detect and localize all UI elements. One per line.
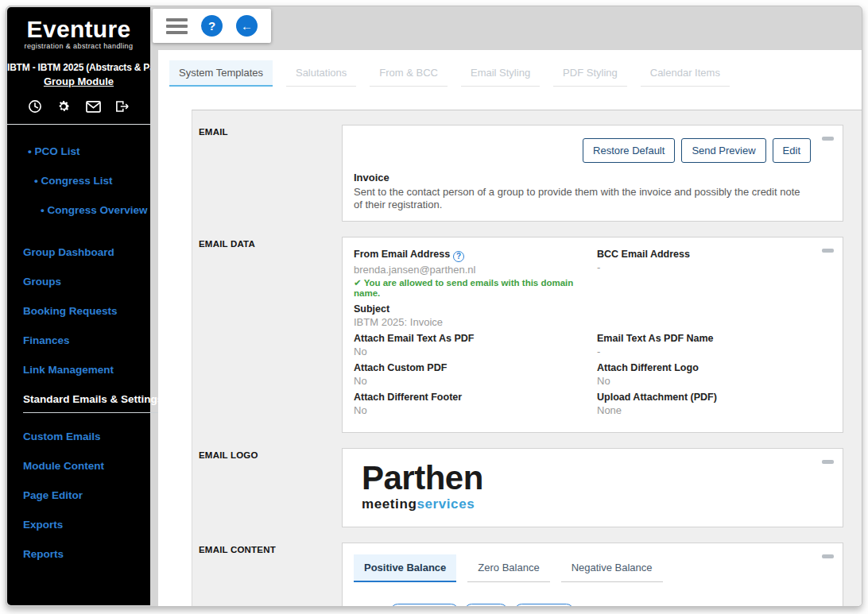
email-template-description: Sent to the contact person of a group to…	[354, 186, 811, 211]
tab-negative-balance[interactable]: Negative Balance	[561, 554, 663, 582]
sidebar-item-label: Congress Overview	[47, 204, 147, 216]
history-icon[interactable]	[28, 99, 42, 114]
sidebar-item-label: Standard Emails & Settings	[23, 393, 163, 413]
email-data-section-label: EMAIL DATA	[192, 237, 342, 249]
tab-zero-balance[interactable]: Zero Balance	[467, 554, 549, 582]
collapse-card-icon[interactable]	[822, 554, 834, 558]
sidebar-item-label: Group Dashboard	[23, 246, 114, 258]
app-logo-title: Eventure	[7, 17, 150, 41]
sidebar-item-pco-list[interactable]: PCO List	[7, 137, 150, 166]
tab-system-templates[interactable]: System Templates	[169, 60, 273, 87]
from-email-label: From Email Address?	[354, 249, 597, 262]
app-logo: Eventure registration & abstract handlin…	[7, 7, 150, 50]
email-logo-card: Parthen meetingservices	[342, 448, 843, 527]
email-content-section-row: EMAIL CONTENT Positive Balance Zero Bala…	[192, 543, 862, 606]
screen: Eventure registration & abstract handlin…	[0, 0, 868, 614]
upload-attachment-field: Upload Attachment (PDF) None	[597, 392, 831, 416]
email-data-card: From Email Address? brenda.jansen@parthe…	[342, 237, 843, 433]
attach-email-text-value: No	[354, 346, 597, 357]
subject-value: IBTM 2025: Invoice	[354, 317, 597, 328]
attach-different-footer-value: No	[354, 405, 597, 416]
bcc-email-label: BCC Email Address	[597, 249, 831, 260]
sidebar-item-label: Page Editor	[23, 489, 83, 501]
main-panel: System Templates Salutations From & BCC …	[158, 50, 862, 606]
bcc-email-field: BCC Email Address -	[597, 249, 831, 299]
collapse-card-icon[interactable]	[822, 249, 834, 253]
tab-from-bcc[interactable]: From & BCC	[370, 60, 448, 87]
attach-different-footer-field: Attach Different Footer No	[354, 392, 597, 416]
attach-custom-pdf-field: Attach Custom PDF No	[354, 362, 597, 387]
email-logo-section-label: EMAIL LOGO	[192, 448, 342, 460]
sidebar-item-group-dashboard[interactable]: Group Dashboard	[7, 237, 150, 267]
sidebar-item-congress-list[interactable]: Congress List	[7, 166, 150, 195]
subject-label: Subject	[354, 303, 597, 315]
email-data-fields: From Email Address? brenda.jansen@parthe…	[354, 249, 831, 421]
email-content-card: Positive Balance Zero Balance Negative B…	[342, 543, 843, 606]
sidebar-item-page-editor[interactable]: Page Editor	[7, 481, 150, 510]
restore-default-button[interactable]: Restore Default	[583, 138, 675, 163]
email-card: Restore Default Send Preview Edit Invoic…	[342, 125, 843, 222]
tab-salutations[interactable]: Salutations	[286, 60, 356, 87]
tab-bar: System Templates Salutations From & BCC …	[158, 50, 862, 87]
logo-word-services: services	[417, 496, 475, 512]
tab-calendar-items[interactable]: Calendar Items	[641, 60, 730, 87]
attach-different-logo-field: Attach Different Logo No	[597, 362, 831, 387]
send-preview-button[interactable]: Send Preview	[681, 138, 765, 163]
sidebar-item-label: Congress List	[41, 175, 112, 187]
check-icon: ✔	[354, 278, 362, 288]
email-text-pdf-name-field: Email Text As PDF Name -	[597, 333, 831, 357]
field-label-text: From Email Address	[354, 249, 450, 260]
sidebar-item-custom-emails[interactable]: Custom Emails	[7, 422, 150, 451]
from-email-help-icon[interactable]: ?	[453, 251, 464, 262]
collapse-card-icon[interactable]	[822, 460, 834, 464]
sidebar-item-module-content[interactable]: Module Content	[7, 451, 150, 481]
help-icon: ?	[208, 19, 215, 33]
logo-word-meeting: meeting	[362, 496, 417, 512]
sidebar-item-booking-requests[interactable]: Booking Requests	[7, 296, 150, 326]
sidebar-item-label: Finances	[23, 334, 70, 346]
domain-allowed-text: You are allowed to send emails with this…	[354, 278, 573, 298]
email-card-actions: Restore Default Send Preview Edit	[354, 138, 831, 163]
sidebar-item-groups[interactable]: Groups	[7, 267, 150, 296]
menu-hamburger-icon[interactable]	[166, 15, 188, 37]
tab-pdf-styling[interactable]: PDF Styling	[553, 60, 627, 87]
sidebar-item-reports[interactable]: Reports	[7, 539, 150, 569]
sidebar-item-exports[interactable]: Exports	[7, 510, 150, 539]
domain-allowed-note: ✔ You are allowed to send emails with th…	[354, 278, 597, 299]
help-button[interactable]: ?	[201, 15, 223, 37]
collapse-card-icon[interactable]	[822, 137, 834, 141]
subject-field: Subject IBTM 2025: Invoice	[354, 303, 597, 328]
tab-email-styling[interactable]: Email Styling	[461, 60, 540, 87]
greeting-text: Dear	[363, 604, 386, 606]
app-window: Eventure registration & abstract handlin…	[6, 6, 862, 607]
group-module-link[interactable]: Group Module	[7, 75, 150, 87]
settings-gear-icon[interactable]	[56, 99, 71, 114]
email-content-section-label: EMAIL CONTENT	[192, 543, 342, 554]
token-prefix: prefix	[464, 604, 508, 606]
back-button[interactable]: ←	[236, 15, 258, 37]
email-envelope-icon[interactable]	[86, 101, 101, 113]
bcc-email-value: -	[597, 262, 831, 273]
sidebar-item-congress-overview[interactable]: Congress Overview	[7, 195, 150, 225]
edit-button[interactable]: Edit	[773, 138, 811, 163]
tab-positive-balance[interactable]: Positive Balance	[354, 554, 456, 582]
parthen-logo-tagline: meetingservices	[362, 496, 823, 512]
upload-attachment-label: Upload Attachment (PDF)	[597, 392, 831, 403]
email-text-pdf-name-value: -	[597, 346, 831, 357]
from-email-value: brenda.jansen@parthen.nl	[354, 265, 597, 276]
sidebar-item-standard-emails-settings[interactable]: Standard Emails & Settings	[7, 384, 150, 422]
email-section-row: EMAIL Restore Default Send Preview Edit …	[192, 125, 862, 222]
email-greeting-line: Dear genderText prefix lastName,	[363, 604, 831, 606]
logout-icon[interactable]	[115, 100, 130, 113]
app-logo-subtitle: registration & abstract handling	[7, 42, 150, 50]
sidebar-item-label: Module Content	[23, 460, 104, 472]
email-data-section-row: EMAIL DATA From Email Address? brenda.ja…	[192, 237, 862, 433]
sidebar-item-finances[interactable]: Finances	[7, 326, 150, 355]
attach-custom-pdf-label: Attach Custom PDF	[354, 362, 597, 373]
from-email-field: From Email Address? brenda.jansen@parthe…	[354, 249, 597, 299]
attach-email-text-label: Attach Email Text As PDF	[354, 333, 597, 344]
email-template-name: Invoice	[354, 172, 831, 183]
sidebar-item-link-management[interactable]: Link Management	[7, 355, 150, 384]
attach-different-logo-value: No	[597, 376, 831, 387]
token-gender-text: genderText	[390, 604, 459, 606]
